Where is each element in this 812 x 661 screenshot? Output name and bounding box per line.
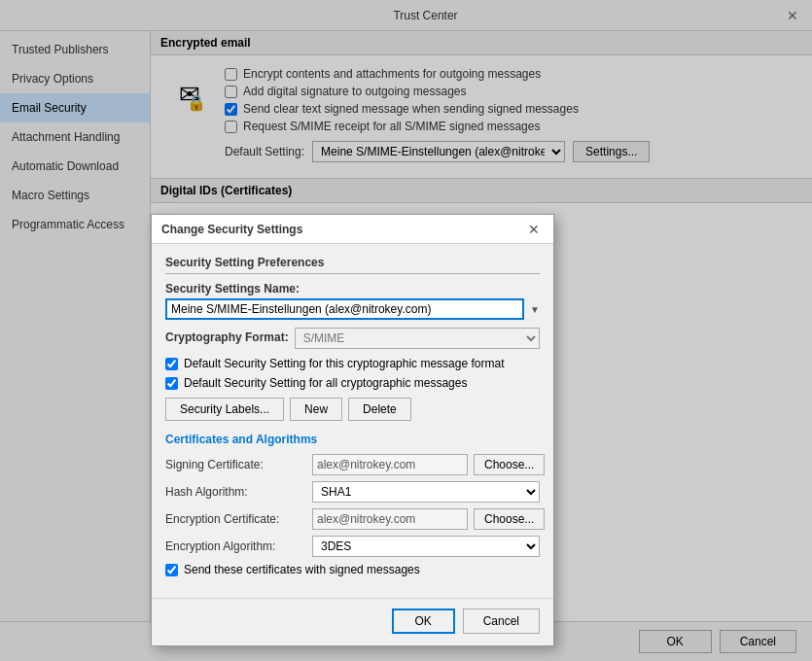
checkbox-send-certs[interactable] bbox=[165, 564, 178, 576]
settings-name-label: Security Settings Name: bbox=[165, 282, 540, 296]
encryption-cert-row: Encryption Certificate: Choose... bbox=[165, 508, 540, 530]
encryption-cert-choose-button[interactable]: Choose... bbox=[474, 508, 545, 530]
crypto-format-select[interactable]: S/MIME bbox=[295, 328, 540, 349]
encryption-cert-input[interactable] bbox=[312, 508, 468, 530]
security-labels-button[interactable]: Security Labels... bbox=[165, 398, 284, 421]
certs-section-title: Certificates and Algorithms bbox=[165, 433, 540, 446]
signing-cert-row: Signing Certificate: Choose... bbox=[165, 454, 540, 475]
modal-body: Security Setting Preferences Security Se… bbox=[152, 244, 553, 594]
settings-name-input[interactable] bbox=[165, 298, 524, 320]
send-certs-row: Send these certificates with signed mess… bbox=[165, 563, 540, 576]
checkbox-default-crypto-format[interactable] bbox=[165, 358, 178, 370]
modal-close-button[interactable]: ✕ bbox=[524, 222, 544, 237]
modal-section-title: Security Setting Preferences bbox=[165, 256, 540, 274]
hash-algo-select[interactable]: SHA1 bbox=[312, 481, 540, 503]
hash-algo-row: Hash Algorithm: SHA1 bbox=[165, 481, 540, 503]
crypto-format-label: Cryptography Format: bbox=[165, 330, 289, 344]
checkbox-default-all-crypto-label: Default Security Setting for all cryptog… bbox=[184, 376, 467, 390]
modal-title-bar: Change Security Settings ✕ bbox=[152, 215, 553, 244]
signing-cert-input[interactable] bbox=[312, 454, 468, 475]
modal-title: Change Security Settings bbox=[161, 223, 302, 236]
encryption-algo-label: Encryption Algorithm: bbox=[165, 539, 306, 553]
settings-name-row: ▼ bbox=[165, 298, 540, 320]
signing-cert-label: Signing Certificate: bbox=[165, 458, 306, 471]
default-all-crypto-row: Default Security Setting for all cryptog… bbox=[165, 376, 540, 390]
delete-button[interactable]: Delete bbox=[348, 398, 411, 421]
hash-algo-label: Hash Algorithm: bbox=[165, 485, 306, 499]
checkbox-send-certs-label: Send these certificates with signed mess… bbox=[184, 563, 420, 576]
default-crypto-format-row: Default Security Setting for this crypto… bbox=[165, 357, 540, 370]
modal-action-buttons: Security Labels... New Delete bbox=[165, 398, 540, 421]
encryption-algo-row: Encryption Algorithm: 3DES bbox=[165, 536, 540, 557]
signing-cert-choose-button[interactable]: Choose... bbox=[474, 454, 545, 475]
settings-name-dropdown-arrow[interactable]: ▼ bbox=[530, 304, 540, 315]
checkbox-default-all-crypto[interactable] bbox=[165, 377, 178, 390]
modal-ok-button[interactable]: OK bbox=[392, 609, 455, 634]
modal-cancel-button[interactable]: Cancel bbox=[463, 609, 540, 634]
checkbox-default-crypto-format-label: Default Security Setting for this crypto… bbox=[184, 357, 504, 370]
encryption-algo-select[interactable]: 3DES bbox=[312, 536, 540, 557]
modal-overlay: Change Security Settings ✕ Security Sett… bbox=[0, 0, 812, 661]
encryption-cert-label: Encryption Certificate: bbox=[165, 512, 306, 526]
change-security-settings-modal: Change Security Settings ✕ Security Sett… bbox=[151, 214, 554, 646]
modal-footer: OK Cancel bbox=[152, 598, 553, 645]
new-button[interactable]: New bbox=[290, 398, 342, 421]
